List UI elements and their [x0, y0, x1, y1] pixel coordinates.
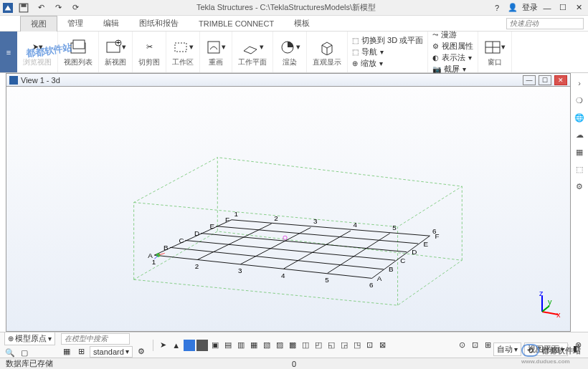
- ribbon-navigate[interactable]: ⬚ 导航 ▾: [352, 47, 423, 57]
- undo-icon[interactable]: ↶: [34, 1, 47, 14]
- svg-text:3: 3: [313, 217, 318, 225]
- snap-2[interactable]: ⊡: [469, 340, 480, 351]
- svg-line-45: [542, 312, 558, 315]
- redo-icon[interactable]: ↷: [52, 1, 65, 14]
- chevron-right-icon[interactable]: ›: [574, 77, 585, 89]
- svg-text:C: C: [179, 236, 184, 244]
- snap-1[interactable]: ⊙: [456, 340, 468, 351]
- svg-text:E: E: [210, 222, 215, 230]
- svg-text:1: 1: [234, 210, 238, 218]
- grid4-icon[interactable]: ▦: [61, 346, 72, 358]
- tab-view[interactable]: 视图: [20, 16, 57, 32]
- tab-template[interactable]: 模板: [284, 16, 320, 31]
- cube-icon[interactable]: ⬚: [574, 163, 585, 175]
- sel-blue[interactable]: [184, 340, 195, 351]
- repeat-icon[interactable]: ⟳: [69, 1, 82, 14]
- ribbon-workarea[interactable]: ▾工作区: [166, 32, 200, 72]
- bottom-toolbar: ⊕ 模型原点 ▾ 🔍▢ ▦⊞standard ▾⚙ ➤▲ ▣▤ ▥▦ ▧▨ ▩◫…: [0, 332, 588, 358]
- sel-dark[interactable]: [196, 340, 208, 351]
- svg-text:D: D: [194, 229, 199, 237]
- tab-edit[interactable]: 编辑: [93, 16, 129, 31]
- sel-all[interactable]: ▲: [171, 340, 182, 351]
- tab-drawings[interactable]: 图纸和报告: [129, 16, 189, 31]
- grid9-icon[interactable]: ⊞: [75, 346, 87, 358]
- ribbon-redraw[interactable]: ▾重画: [200, 32, 232, 72]
- ribbon-zoom[interactable]: ⊕ 缩放 ▾: [352, 58, 423, 69]
- selection-filter-icons: ➤▲ ▣▤ ▥▦ ▧▨ ▩◫ ◰◱ ◲◳ ⊡⊠: [153, 340, 389, 351]
- 3d-canvas[interactable]: ABC DEF ABC DEF 123 456 123 456: [6, 87, 570, 331]
- quick-launch-input[interactable]: [506, 18, 584, 29]
- svg-rect-9: [208, 42, 219, 53]
- svg-text:B: B: [389, 265, 394, 273]
- globe-help-icon[interactable]: ❍: [574, 95, 585, 106]
- ribbon-visual[interactable]: 直观显示: [307, 32, 348, 72]
- axis-gizmo[interactable]: zxy: [535, 290, 564, 319]
- ribbon-window[interactable]: ▾窗口: [478, 32, 512, 72]
- ribbon-representation[interactable]: ◐ 表示法 ▾: [432, 52, 473, 63]
- statusbar: 数据库已存储 0: [0, 358, 588, 369]
- plane-dropdown[interactable]: 视图平面 ▾: [524, 342, 568, 356]
- sel-11[interactable]: ◲: [338, 340, 350, 351]
- close-button[interactable]: ✕: [572, 1, 585, 14]
- ribbon-switch-3d[interactable]: ⬚ 切换到 3D 或平面: [352, 35, 423, 46]
- sel-13[interactable]: ⊡: [364, 340, 376, 351]
- cloud-icon[interactable]: ☁: [574, 129, 585, 140]
- sel-10[interactable]: ◱: [326, 340, 337, 351]
- sel-4[interactable]: ▦: [248, 340, 260, 351]
- sel-3[interactable]: ▥: [235, 340, 247, 351]
- svg-line-47: [542, 306, 549, 312]
- svg-text:6: 6: [369, 281, 374, 289]
- last-icon[interactable]: ◧: [571, 342, 582, 354]
- gear-icon[interactable]: ⚙: [136, 346, 147, 358]
- tab-manage[interactable]: 管理: [57, 16, 93, 31]
- save-icon[interactable]: [17, 1, 30, 14]
- ribbon-newview[interactable]: +▾新视图: [99, 32, 133, 72]
- svg-text:z: z: [539, 290, 544, 297]
- view-minimize[interactable]: —: [523, 75, 536, 85]
- user-icon[interactable]: 👤: [506, 1, 519, 14]
- minimize-button[interactable]: —: [541, 1, 554, 14]
- model-search-input[interactable]: [61, 333, 130, 345]
- view-close[interactable]: ✕: [554, 75, 567, 85]
- sel-12[interactable]: ◳: [351, 340, 363, 351]
- sel-5[interactable]: ▧: [261, 340, 272, 351]
- sel-1[interactable]: ▣: [209, 340, 221, 351]
- sel-8[interactable]: ◫: [300, 340, 311, 351]
- sel-9[interactable]: ◰: [313, 340, 324, 351]
- login-label[interactable]: 登录: [522, 2, 538, 13]
- sel-cursor[interactable]: ➤: [158, 340, 169, 351]
- auto-dropdown[interactable]: 自动 ▾: [493, 342, 521, 356]
- svg-text:5: 5: [325, 276, 329, 284]
- cog-icon[interactable]: ⚙: [574, 181, 585, 192]
- tab-trimble[interactable]: TRIMBLE CONNECT: [189, 17, 284, 30]
- snap-3[interactable]: ⊞: [482, 340, 493, 351]
- svg-text:D: D: [412, 248, 417, 256]
- sel-6[interactable]: ▨: [274, 340, 285, 351]
- svg-text:5: 5: [392, 224, 397, 231]
- svg-text:6: 6: [432, 227, 437, 235]
- status-center: 0: [292, 360, 296, 368]
- view-maximize[interactable]: ☐: [539, 75, 551, 85]
- ribbon-workplane[interactable]: ▾工作平面: [232, 32, 273, 72]
- hamburger-menu[interactable]: ≡: [0, 32, 17, 72]
- globe-icon[interactable]: 🌐: [574, 112, 585, 123]
- help-icon[interactable]: ?: [490, 1, 503, 14]
- mag-icon[interactable]: 🔍: [4, 347, 16, 358]
- box-icon[interactable]: ▢: [19, 347, 30, 358]
- ribbon-clipplane[interactable]: ✂切剪图: [133, 32, 166, 72]
- sel-14[interactable]: ⊠: [377, 340, 389, 351]
- app-logo-icon: [3, 3, 13, 13]
- ribbon-cursor[interactable]: ➤▾浏览视图: [17, 32, 58, 72]
- window-title: Tekla Structures - C:\TeklaStructuresMod…: [82, 2, 490, 13]
- ribbon-render[interactable]: ▾渲染: [273, 32, 307, 72]
- titlebar: ↶ ↷ ⟳ Tekla Structures - C:\TeklaStructu…: [0, 0, 588, 16]
- ribbon-viewprops[interactable]: ⚙ 视图属性: [432, 41, 473, 52]
- sel-2[interactable]: ▤: [222, 340, 234, 351]
- standard-dropdown[interactable]: standard ▾: [90, 346, 133, 358]
- maximize-button[interactable]: ☐: [556, 1, 569, 14]
- sel-7[interactable]: ▩: [287, 340, 298, 351]
- grid-icon[interactable]: ▦: [574, 146, 585, 158]
- ribbon-viewlist[interactable]: 视图列表: [58, 32, 99, 72]
- ribbon-fly[interactable]: ⤳ 漫游: [432, 29, 473, 40]
- origin-dropdown[interactable]: ⊕ 模型原点 ▾: [4, 332, 55, 345]
